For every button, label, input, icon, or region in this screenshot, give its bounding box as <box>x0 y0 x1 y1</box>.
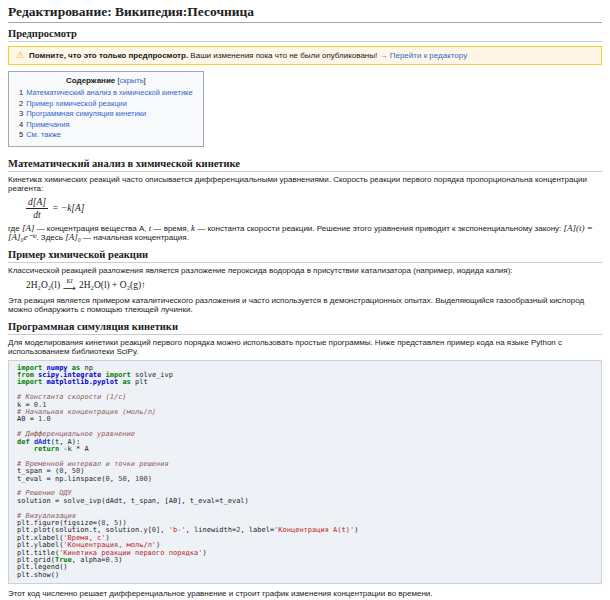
code-line: # Дифференциальное уравнение <box>17 431 593 438</box>
toc-item-link[interactable]: Примечания <box>26 120 69 129</box>
inline-text: — концентрация вещества A, <box>34 224 148 233</box>
section-heading-simulation: Программная симуляция кинетики <box>8 321 602 335</box>
toc-toggle: [скрыть] <box>118 76 146 85</box>
toc-item-link[interactable]: Пример химической реакции <box>26 99 127 108</box>
section-heading-chem: Пример химической реакции <box>8 249 602 263</box>
toc-bracket: ] <box>144 76 146 85</box>
warning-triangle-icon: ⚠ <box>16 51 24 60</box>
go-to-editor-link[interactable]: → Перейти к редактору <box>379 51 467 60</box>
section-heading-math: Математический анализ в химической кинет… <box>8 158 602 172</box>
formula-rhs: = −k[A] <box>52 203 85 213</box>
right-arrow-icon: ⟶ <box>63 284 76 292</box>
toc-item-number: 1 <box>19 88 23 97</box>
toc-list: 1Математический анализ в химической кине… <box>19 88 193 141</box>
inline-text: — время, <box>151 224 191 233</box>
toc-item[interactable]: 4Примечания <box>19 120 193 131</box>
toc-item-number: 2 <box>19 99 23 108</box>
chem-paragraph-2: Эта реакция является примером каталитиче… <box>8 296 602 314</box>
fraction: d[A] dt <box>26 197 48 220</box>
reaction-lhs: 2H₂O₂(l) <box>26 280 60 290</box>
code-line: return -k * A <box>17 446 593 453</box>
code-line: def dAdt(t, A): <box>17 439 593 446</box>
warning-normal-text: Ваши изменения пока что не были опублико… <box>190 51 377 60</box>
simulation-paragraph-1: Для моделирования кинетики реакций перво… <box>8 338 602 356</box>
wiki-edit-preview-page: Редактирование: Википедия:Песочница Пред… <box>0 0 610 600</box>
math-inline-paragraph: где [A] — концентрация вещества A, t — в… <box>8 224 602 242</box>
inline-math: [A]₀ <box>65 232 81 242</box>
preview-heading: Предпросмотр <box>8 28 602 42</box>
code-line: plt.grid(True, alpha=0.3) <box>17 557 593 564</box>
code-line: # Временной интервал и точки решения <box>17 461 593 468</box>
toc-item[interactable]: 3Программная симуляция кинетики <box>19 109 193 120</box>
code-line: plt.legend() <box>17 564 593 571</box>
toc-item-number: 4 <box>19 120 23 129</box>
toc-header: Содержание [скрыть] <box>19 76 193 85</box>
toc-item[interactable]: 1Математический анализ в химической кине… <box>19 88 193 99</box>
warning-text: Помните, что это только предпросмотр. Ва… <box>29 51 467 60</box>
code-line: plt.show() <box>17 572 593 579</box>
page-title: Редактирование: Википедия:Песочница <box>8 3 602 23</box>
reaction-arrow: KI ⟶ <box>63 279 76 292</box>
toc-item-number: 5 <box>19 130 23 139</box>
chem-paragraph-1: Классической реакцией разложения являетс… <box>8 266 602 275</box>
fraction-denominator: dt <box>26 209 48 220</box>
python-code-block: import numpy as npfrom scipy.integrate i… <box>8 360 602 585</box>
toc-title: Содержание <box>66 76 115 85</box>
code-line: # Константа скорости (1/с) <box>17 394 593 401</box>
chemical-reaction-formula: 2H₂O₂(l) KI ⟶ 2H₂O(l) + O₂(g)↑ <box>26 279 602 292</box>
code-line: A0 = 1.0 <box>17 416 593 423</box>
simulation-paragraph-2: Этот код численно решает дифференциально… <box>8 589 602 598</box>
code-line <box>17 483 593 490</box>
toc-item[interactable]: 2Пример химической реакции <box>19 99 193 110</box>
toc-item-link[interactable]: См. также <box>26 130 61 139</box>
code-line: # Начальная концентрация (моль/л) <box>17 409 593 416</box>
preview-warning-box: ⚠ Помните, что это только предпросмотр. … <box>8 46 602 65</box>
warning-bold-text: Помните, что это только предпросмотр. <box>29 51 188 60</box>
toc-item-link[interactable]: Математический анализ в химической кинет… <box>26 88 192 97</box>
math-paragraph-1: Кинетика химических реакций часто описыв… <box>8 175 602 193</box>
inline-text: — константа скорости реакции. Решение эт… <box>195 224 563 233</box>
toc-item-number: 3 <box>19 109 23 118</box>
code-line: t_eval = np.linspace(0, 50, 100) <box>17 476 593 483</box>
code-line <box>17 505 593 512</box>
code-line: solution = solve_ivp(dAdt, t_span, [A0],… <box>17 498 593 505</box>
table-of-contents: Содержание [скрыть] 1Математический анал… <box>8 71 204 147</box>
code-line: import matplotlib.pyplot as plt <box>17 379 593 386</box>
differential-equation-formula: d[A] dt = −k[A] <box>26 197 602 220</box>
fraction-numerator: d[A] <box>26 197 48 209</box>
reaction-rhs: 2H₂O(l) + O₂(g)↑ <box>79 280 146 290</box>
inline-text: . Здесь <box>36 233 65 242</box>
toc-item[interactable]: 5См. также <box>19 130 193 141</box>
toc-item-link[interactable]: Программная симуляция кинетики <box>26 109 146 118</box>
inline-text: — начальная концентрация. <box>81 233 189 242</box>
toc-hide-link[interactable]: скрыть <box>120 76 144 85</box>
